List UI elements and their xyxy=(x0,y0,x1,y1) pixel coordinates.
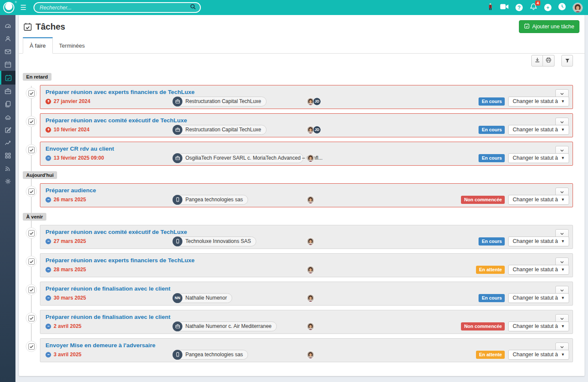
sidebar-item-notes[interactable] xyxy=(0,123,15,136)
change-status-label: Changer le statut à xyxy=(512,127,558,133)
assignee-initials-avatar[interactable]: JD xyxy=(313,97,321,106)
task-checkbox-column xyxy=(23,225,40,249)
change-status-dropdown[interactable]: Changer le statut à▼ xyxy=(508,97,569,106)
task-title-link[interactable]: Préparer réunion avec experts financiers… xyxy=(45,89,194,95)
change-status-dropdown[interactable]: Changer le statut à▼ xyxy=(508,195,569,205)
sidebar-item-apps[interactable] xyxy=(0,149,15,162)
change-status-label: Changer le statut à xyxy=(512,352,558,358)
task-complete-checkbox[interactable] xyxy=(28,258,35,265)
tab-a-faire[interactable]: À faire xyxy=(23,37,53,54)
timeline-node xyxy=(26,227,37,239)
quick-add-button[interactable]: + xyxy=(544,4,552,11)
mascot-button[interactable] xyxy=(488,3,493,12)
filter-button[interactable] xyxy=(561,55,573,67)
priority-normal-icon xyxy=(45,295,51,301)
sidebar-item-feed[interactable] xyxy=(0,162,15,175)
user-avatar[interactable] xyxy=(573,3,583,13)
task-row: Préparer réunion de finalisation avec le… xyxy=(40,282,573,306)
menu-icon[interactable]: ☰ xyxy=(20,3,26,12)
timeline-node xyxy=(26,186,37,197)
timeline-node xyxy=(26,256,37,267)
sidebar-item-mail[interactable] xyxy=(0,45,15,58)
help-button[interactable]: ? xyxy=(515,4,523,11)
assignees xyxy=(306,196,326,204)
task-title-link[interactable]: Préparer réunion de finalisation avec le… xyxy=(45,285,170,292)
change-status-dropdown[interactable]: Changer le statut à▼ xyxy=(508,125,569,135)
export-button[interactable] xyxy=(531,55,543,67)
task-complete-checkbox[interactable] xyxy=(28,315,35,321)
tab-terminees[interactable]: Terminées xyxy=(53,38,91,53)
section-label: À venir xyxy=(23,213,46,221)
status-badge: En cours xyxy=(479,294,505,302)
sidebar-item-reports[interactable] xyxy=(0,136,15,149)
task-complete-checkbox[interactable] xyxy=(28,90,35,97)
task-title-link[interactable]: Préparer réunion avec experts financiers… xyxy=(45,257,194,264)
related-company-pill[interactable]: Technoluxe Innovations SAS xyxy=(173,236,256,246)
related-matter-pill[interactable]: Restructuration Capital TechLuxe xyxy=(173,125,267,135)
related-zone: Nathalie Numenor c. Air Mediterranee xyxy=(173,321,306,331)
service-bell-icon xyxy=(4,113,12,121)
task-due-date: 13 février 2025 09:00 xyxy=(45,155,173,161)
change-status-dropdown[interactable]: Changer le statut à▼ xyxy=(508,350,569,360)
related-matter-pill[interactable]: OsgiliaTech Forever SARL c. MoriaTech Ad… xyxy=(173,153,303,163)
sidebar-item-calendar[interactable] xyxy=(0,58,15,71)
change-status-dropdown[interactable]: Changer le statut à▼ xyxy=(508,236,569,246)
task-complete-checkbox[interactable] xyxy=(28,188,35,195)
video-call-button[interactable] xyxy=(500,3,509,12)
gauge-icon xyxy=(4,22,12,30)
sidebar-item-documents[interactable] xyxy=(0,97,15,110)
sidebar-item-billing[interactable] xyxy=(0,110,15,123)
task-checkbox-column xyxy=(23,253,40,277)
priority-normal-icon xyxy=(45,324,51,329)
task-complete-checkbox[interactable] xyxy=(28,343,35,350)
change-status-dropdown[interactable]: Changer le statut à▼ xyxy=(508,321,569,331)
caret-down-icon: ▼ xyxy=(561,156,565,160)
assignee-avatar[interactable] xyxy=(306,294,315,302)
related-matter-pill[interactable]: Nathalie Numenor c. Air Mediterranee xyxy=(173,321,277,331)
assignee-avatar[interactable] xyxy=(306,266,315,274)
change-status-dropdown[interactable]: Changer le statut à▼ xyxy=(508,265,569,275)
assignee-avatar[interactable] xyxy=(306,196,315,204)
task-complete-checkbox[interactable] xyxy=(28,147,35,153)
task-title-link[interactable]: Préparer réunion avec comité exécutif de… xyxy=(45,117,187,124)
app-logo-icon[interactable]: ® xyxy=(3,2,15,13)
task-complete-checkbox[interactable] xyxy=(28,118,35,125)
notifications-button[interactable]: 4 xyxy=(530,3,537,12)
task-complete-checkbox[interactable] xyxy=(28,230,35,236)
company-contact-icon xyxy=(173,350,182,360)
add-task-calendar-icon xyxy=(524,23,530,30)
sidebar-item-contacts[interactable] xyxy=(0,32,15,45)
sidebar-item-tasks[interactable] xyxy=(0,71,15,85)
global-search[interactable] xyxy=(33,2,201,13)
timeline-node xyxy=(26,144,37,155)
filter-funnel-icon xyxy=(565,57,570,65)
change-status-dropdown[interactable]: Changer le statut à▼ xyxy=(508,293,569,303)
task-complete-checkbox[interactable] xyxy=(28,287,35,293)
related-person-pill[interactable]: NNNathalie Numenor xyxy=(173,293,232,303)
related-company-pill[interactable]: Pangea technologies sas xyxy=(173,195,248,205)
sidebar-item-settings[interactable] xyxy=(0,175,15,188)
sidebar-item-matters[interactable] xyxy=(0,85,15,97)
task-title-link[interactable]: Préparer réunion avec comité exécutif de… xyxy=(45,229,187,235)
assignee-avatar[interactable] xyxy=(306,237,315,246)
recent-history-button[interactable] xyxy=(558,3,566,12)
sidebar-item-dashboard[interactable] xyxy=(0,19,15,32)
task-checkbox-column xyxy=(23,338,40,362)
add-task-button[interactable]: Ajouter une tâche xyxy=(519,20,579,33)
task-title-link[interactable]: Envoyer Mise en demeure à l'adversaire xyxy=(45,342,155,349)
related-company-pill[interactable]: Pangea technologies sas xyxy=(173,350,248,360)
assignee-avatar[interactable] xyxy=(306,322,315,330)
search-input[interactable] xyxy=(39,5,190,11)
task-title-link[interactable]: Envoyer CR rdv au client xyxy=(45,146,114,152)
related-matter-pill[interactable]: Restructuration Capital TechLuxe xyxy=(173,97,267,106)
task-item: Préparer audience26 mars 2025Pangea tech… xyxy=(23,183,573,207)
assignees xyxy=(306,351,326,359)
assignee-avatar[interactable] xyxy=(306,351,315,359)
change-status-dropdown[interactable]: Changer le statut à▼ xyxy=(508,153,569,163)
print-button[interactable] xyxy=(543,55,555,67)
task-title-link[interactable]: Préparer réunion de finalisation avec le… xyxy=(45,314,170,320)
search-icon[interactable] xyxy=(190,3,196,12)
assignee-avatar[interactable] xyxy=(306,154,315,162)
task-title-link[interactable]: Préparer audience xyxy=(45,187,96,194)
assignee-initials-avatar[interactable]: JD xyxy=(313,126,321,134)
